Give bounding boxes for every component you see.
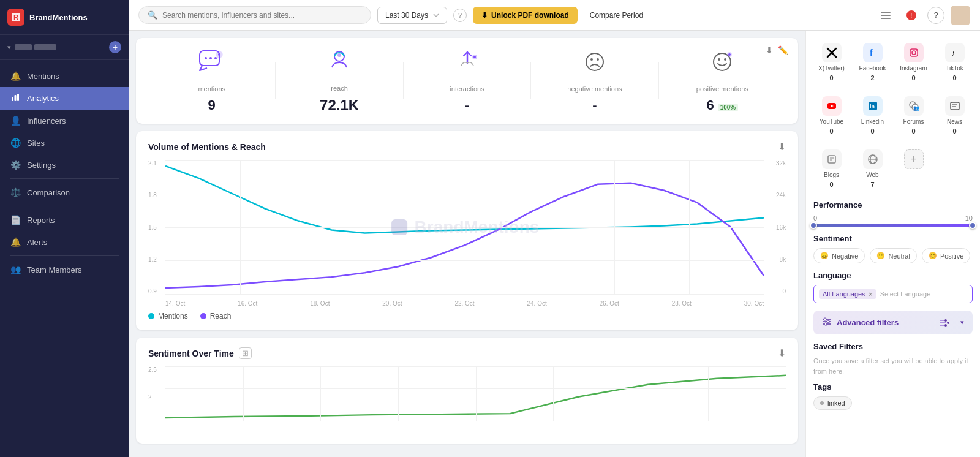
svg-text:f: f [870,48,873,58]
tag-linked[interactable]: linked [813,396,852,410]
reach-label: reach [331,85,348,92]
facebook-count: 2 [870,74,874,81]
source-x-twitter[interactable]: X(Twitter) 0 [813,38,850,86]
main-content: 🔍 Last 30 Days ? ⬇ Unlock PDF download C… [129,0,980,457]
slider-thumb-right[interactable] [969,222,976,229]
menu-icon[interactable] [876,6,895,25]
svg-point-31 [912,51,916,55]
project-selector[interactable]: ▾ + [0,35,129,60]
info-icon[interactable]: ? [453,9,467,22]
sentiment-chip-neutral[interactable]: 😐 Neutral [870,248,916,263]
instagram-count: 0 [911,74,915,81]
neutral-label: Neutral [888,252,910,260]
search-input[interactable] [162,11,362,20]
source-linkedin[interactable]: in Linkedin 0 [854,91,891,140]
sidebar-item-reports[interactable]: 📄 Reports [0,209,129,231]
slider-thumb-left[interactable] [810,222,817,229]
sentiment-download-icon[interactable]: ⬇ [778,347,786,359]
sidebar-item-label-team: Team Members [27,265,82,274]
download-stats-icon[interactable]: ⬇ [766,45,773,55]
sidebar-item-label-comparison: Comparison [27,188,70,197]
source-forums[interactable]: 👥 Forums 0 [895,91,932,140]
sentiment-filter-title: Sentiment [813,234,973,243]
volume-download-icon[interactable]: ⬇ [778,141,786,153]
project-block-2 [34,44,56,50]
svg-text:R: R [13,13,18,21]
sidebar-item-alerts[interactable]: 🔔 Alerts [0,231,129,253]
reach-legend-label: Reach [210,312,232,320]
search-icon: 🔍 [148,10,157,20]
performance-slider[interactable] [813,224,973,227]
influencers-icon: 👤 [10,116,21,126]
source-tiktok[interactable]: ♪ TikTok 0 [937,38,973,86]
youtube-label: YouTube [820,118,843,125]
chart-y-axis-left: 2.11.81.51.20.9 [148,160,165,295]
legend-mentions: Mentions [148,312,188,320]
language-input[interactable]: All Languages ✕ Select Language [813,285,973,303]
sources-grid: X(Twitter) 0 f Facebook 2 Instagram [813,38,973,193]
source-facebook[interactable]: f Facebook 2 [854,38,891,86]
advanced-filters-button[interactable]: Advanced filters ▾ [813,311,973,334]
sentiment-chart-info-icon[interactable]: ⊞ [239,347,252,359]
sidebar-item-label-influencers: Influencers [27,116,66,126]
linkedin-label: Linkedin [861,118,884,125]
brand-name: BrandMentions [29,13,88,22]
sidebar-item-settings[interactable]: ⚙️ Settings [0,154,129,176]
sentiment-chart-title: Sentiment Over Time [148,349,234,358]
edit-stats-icon[interactable]: ✏️ [778,45,788,55]
svg-rect-7 [881,18,891,19]
user-avatar[interactable] [951,6,970,25]
compare-period-button[interactable]: Compare Period [584,7,649,24]
unlock-pdf-button[interactable]: ⬇ Unlock PDF download [473,7,578,24]
sidebar-nav: 🔔 Mentions Analytics 👤 Influencers 🌐 Sit… [0,60,129,457]
sidebar-item-influencers[interactable]: 👤 Influencers [0,110,129,132]
stat-mentions: mentions 9 [148,48,275,113]
search-box[interactable]: 🔍 [138,6,371,24]
content-area: ⬇ ✏️ [129,31,980,457]
svg-point-20 [586,53,603,70]
blogs-label: Blogs [824,172,839,178]
analytics-icon [10,93,21,104]
source-add[interactable]: + [895,145,932,193]
svg-rect-4 [17,94,19,101]
interactions-label: interactions [450,85,484,93]
stats-card: ⬇ ✏️ [136,38,798,124]
source-news[interactable]: News 0 [937,91,973,140]
youtube-icon [822,96,842,116]
svg-rect-6 [881,15,891,16]
sidebar-item-label-sites: Sites [27,138,45,148]
add-source-icon: + [904,149,924,169]
remove-language-icon[interactable]: ✕ [868,291,873,298]
sentiment-chip-positive[interactable]: 😊 Positive [922,248,971,263]
add-project-button[interactable]: + [109,41,121,53]
notification-icon[interactable]: ! [902,6,921,25]
language-tag: All Languages ✕ [819,289,876,299]
source-web[interactable]: Web 7 [854,145,891,193]
svg-point-15 [218,53,221,56]
stat-positive: positive mentions 6 100% [659,48,786,113]
main-panel: ⬇ ✏️ [129,31,805,457]
source-instagram[interactable]: Instagram 0 [895,38,932,86]
settings-icon: ⚙️ [10,160,21,170]
date-range-picker[interactable]: Last 30 Days [377,7,447,24]
sidebar-item-analytics[interactable]: Analytics [0,87,129,110]
sidebar-item-team-members[interactable]: 👥 Team Members [0,259,129,281]
sidebar-item-sites[interactable]: 🌐 Sites [0,132,129,154]
svg-point-58 [947,321,950,324]
sidebar-item-comparison[interactable]: ⚖️ Comparison [0,181,129,203]
tiktok-count: 0 [952,74,956,81]
advanced-filter-icon [822,317,832,328]
linkedin-count: 0 [870,127,874,135]
source-blogs[interactable]: Blogs 0 [813,145,850,193]
performance-title: Performance [813,200,973,210]
facebook-label: Facebook [859,65,886,72]
sidebar-item-mentions[interactable]: 🔔 Mentions [0,65,129,87]
mentions-legend-dot [148,313,154,319]
help-icon[interactable]: ? [927,7,944,24]
sentiment-chip-negative[interactable]: 😞 Negative [813,248,865,263]
source-youtube[interactable]: YouTube 0 [813,91,850,140]
instagram-icon [904,43,924,62]
stat-negative: negative mentions - [531,48,658,113]
news-icon [945,96,965,116]
sidebar: R BrandMentions ▾ + 🔔 Mentions Analytic [0,0,129,457]
